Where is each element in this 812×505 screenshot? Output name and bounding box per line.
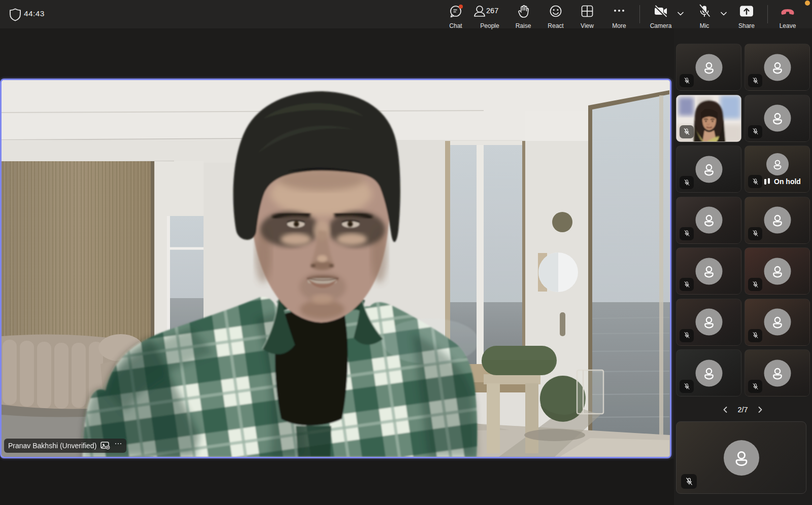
svg-text:267: 267 (486, 7, 498, 15)
